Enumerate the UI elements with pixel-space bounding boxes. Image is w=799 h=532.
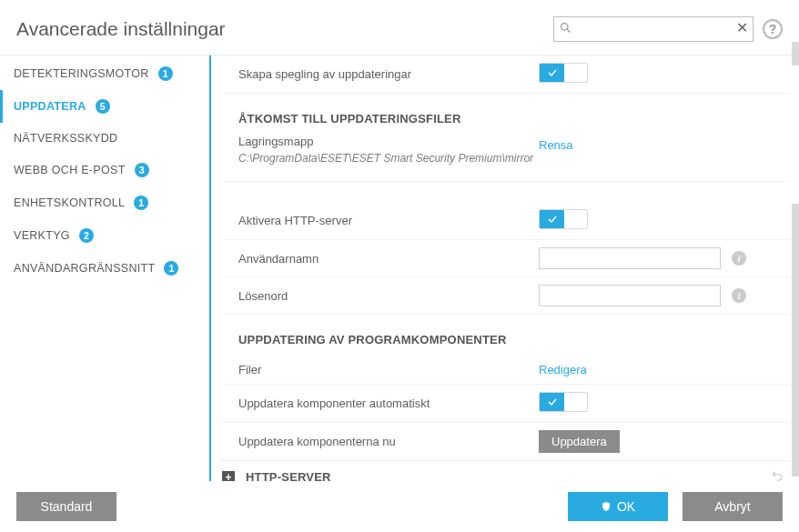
password-label: Lösenord <box>220 289 539 303</box>
storage-folder-label: Lagringsmapp <box>220 135 539 152</box>
storage-folder-path: C:\ProgramData\ESET\ESET Smart Security … <box>220 152 539 174</box>
files-label: Filer <box>220 363 539 376</box>
ok-button-label: OK <box>617 499 635 514</box>
sidebar-item-webb-och-e-post[interactable]: WEBB OCH E-POST 3 <box>0 154 200 186</box>
username-input[interactable] <box>539 247 721 269</box>
search-icon <box>559 21 572 37</box>
cancel-button[interactable]: Avbryt <box>683 492 783 521</box>
mirror-toggle[interactable] <box>539 63 588 83</box>
sidebar-item-label: DETEKTERINGSMOTOR <box>14 67 149 80</box>
clear-search-icon[interactable]: ✕ <box>736 19 748 36</box>
sidebar-item-label: ANVÄNDARGRÄNSSNITT <box>14 262 155 275</box>
svg-line-1 <box>567 29 570 32</box>
info-icon[interactable]: i <box>732 288 746 303</box>
auto-update-label: Uppdatera komponenter automatiskt <box>220 396 539 410</box>
badge: 2 <box>79 228 94 243</box>
badge: 1 <box>158 66 173 81</box>
clear-link[interactable]: Rensa <box>539 138 573 152</box>
sidebar-item-label: UPPDATERA <box>14 100 86 113</box>
sidebar: DETEKTERINGSMOTOR 1 UPPDATERA 5 NÄTVERKS… <box>0 55 200 489</box>
info-icon[interactable]: i <box>732 251 746 266</box>
footer: Standard OK Avbryt <box>0 481 799 532</box>
mirror-toggle-label: Skapa spegling av uppdateringar <box>220 67 539 81</box>
badge: 5 <box>96 99 110 114</box>
sidebar-item-label: VERKTYG <box>14 229 70 242</box>
http-toggle-label: Aktivera HTTP-server <box>220 214 539 227</box>
vertical-accent-bar <box>209 55 211 489</box>
auto-update-toggle[interactable] <box>539 392 588 412</box>
search-box: ✕ <box>553 16 753 42</box>
sidebar-item-uppdatera[interactable]: UPPDATERA 5 <box>0 90 200 123</box>
page-title: Avancerade inställningar <box>16 18 226 40</box>
search-input[interactable] <box>553 16 753 42</box>
standard-button[interactable]: Standard <box>16 492 116 521</box>
ok-button[interactable]: OK <box>568 492 668 521</box>
sidebar-item-label: NÄTVERKSSKYDD <box>14 132 117 145</box>
sidebar-item-enhetskontroll[interactable]: ENHETSKONTROLL 1 <box>0 186 200 219</box>
sidebar-item-label: ENHETSKONTROLL <box>14 196 125 209</box>
edit-files-link[interactable]: Redigera <box>539 363 587 376</box>
section-head-access: ÅTKOMST TILL UPPDATERINGSFILER <box>220 94 790 135</box>
shield-icon <box>601 501 612 512</box>
sidebar-item-label: WEBB OCH E-POST <box>14 164 126 176</box>
http-toggle[interactable] <box>539 209 588 229</box>
content-area: Skapa spegling av uppdateringar ÅTKOMST … <box>220 55 799 489</box>
sidebar-item-verktyg[interactable]: VERKTYG 2 <box>0 219 200 252</box>
help-icon[interactable]: ? <box>763 19 783 39</box>
sidebar-item-detekteringsmotor[interactable]: DETEKTERINGSMOTOR 1 <box>0 57 200 90</box>
update-now-button[interactable]: Uppdatera <box>539 430 620 453</box>
badge: 1 <box>134 196 148 210</box>
badge: 1 <box>164 261 178 276</box>
sidebar-item-anvandargranssnitt[interactable]: ANVÄNDARGRÄNSSNITT 1 <box>0 252 200 285</box>
badge: 3 <box>135 163 149 177</box>
section-head-components: UPPDATERING AV PROGRAMKOMPONENTER <box>220 315 790 356</box>
username-label: Användarnamn <box>220 252 539 266</box>
update-now-label: Uppdatera komponenterna nu <box>220 435 539 448</box>
svg-point-0 <box>561 24 569 31</box>
password-input[interactable] <box>539 285 721 306</box>
sidebar-item-natverksskydd[interactable]: NÄTVERKSSKYDD <box>0 123 200 154</box>
